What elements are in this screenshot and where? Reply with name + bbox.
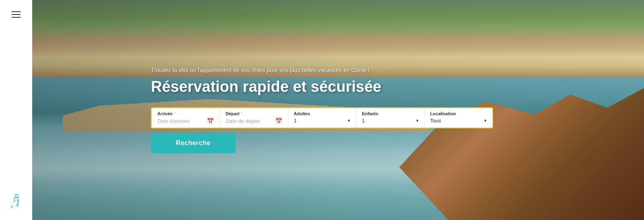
svg-point-0 xyxy=(15,194,18,197)
adults-input-wrapper: 1 2 3 4 5 6 7 8 9 10 xyxy=(294,118,350,124)
hero-subtitle: Trouvez la villa ou l'appartement de vos… xyxy=(151,66,493,75)
arrival-input[interactable] xyxy=(157,118,204,124)
children-select-wrapper: 0 1 2 3 4 5 ▾ xyxy=(362,118,418,124)
arrival-calendar-icon: 📅 xyxy=(207,118,214,125)
location-label: Localisation xyxy=(430,112,487,116)
departure-input-wrapper: 📅 xyxy=(225,118,282,125)
logo: C xyxy=(9,193,23,208)
adults-label: Adultes xyxy=(294,112,350,116)
children-select[interactable]: 0 1 2 3 4 5 xyxy=(362,118,416,124)
search-fields-container: Arrivée * 📅 Départ * xyxy=(151,108,493,129)
arrival-field-group: Arrivée * 📅 xyxy=(152,108,220,128)
children-chevron-icon: ▾ xyxy=(416,118,419,124)
departure-input[interactable] xyxy=(225,118,272,124)
location-input-wrapper: Tous Ajaccio Bastia Porto-Vecchio Calvi … xyxy=(430,118,487,124)
adults-select-wrapper: 1 2 3 4 5 6 7 8 9 10 xyxy=(294,118,350,124)
arrival-label: Arrivée * xyxy=(157,112,214,116)
adults-chevron-icon: ▾ xyxy=(348,118,350,124)
hero-title: Réservation rapide et sécurisée xyxy=(151,78,493,96)
location-field-group: Localisation Tous Ajaccio Bastia Porto-V… xyxy=(425,108,492,128)
search-form: Arrivée * 📅 Départ * xyxy=(151,108,493,154)
svg-text:C: C xyxy=(11,205,13,208)
adults-field-group: Adultes 1 2 3 4 5 6 7 xyxy=(288,108,356,128)
sidebar: C xyxy=(0,0,32,220)
logo-icon: C xyxy=(9,193,23,208)
arrival-input-wrapper: 📅 xyxy=(157,118,214,125)
location-chevron-icon: ▾ xyxy=(484,118,487,124)
menu-button[interactable] xyxy=(8,8,24,21)
hero-section: Trouvez la villa ou l'appartement de vos… xyxy=(32,0,644,220)
departure-calendar-icon: 📅 xyxy=(275,118,282,125)
children-field-group: Enfants 0 1 2 3 4 5 xyxy=(356,108,424,128)
children-label: Enfants xyxy=(362,112,418,116)
adults-select[interactable]: 1 2 3 4 5 6 7 8 9 10 xyxy=(294,118,348,124)
departure-label: Départ * xyxy=(225,112,282,116)
departure-field-group: Départ * 📅 xyxy=(220,108,288,128)
hero-content: Trouvez la villa ou l'appartement de vos… xyxy=(151,66,493,153)
children-input-wrapper: 0 1 2 3 4 5 ▾ xyxy=(362,118,418,124)
page-wrapper: C Trouvez la villa ou l'appartement de v… xyxy=(0,0,644,220)
location-select-wrapper: Tous Ajaccio Bastia Porto-Vecchio Calvi … xyxy=(430,118,487,124)
search-button[interactable]: Recherche xyxy=(151,133,235,154)
location-select[interactable]: Tous Ajaccio Bastia Porto-Vecchio Calvi … xyxy=(430,118,484,124)
